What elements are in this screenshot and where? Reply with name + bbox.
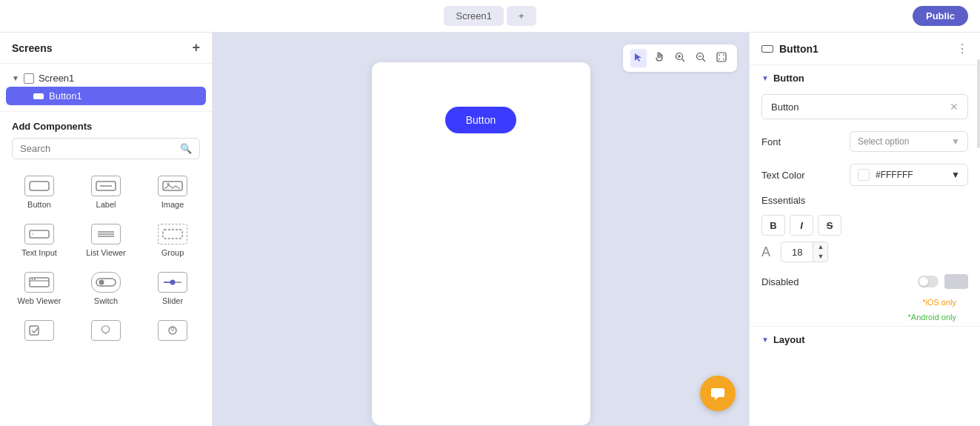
text-color-select[interactable]: #FFFFFF ▼ xyxy=(850,164,968,186)
font-row: Font Select option ▼ xyxy=(750,125,980,158)
svg-rect-0 xyxy=(30,182,49,190)
component-item-image[interactable]: Image xyxy=(139,168,206,216)
search-input[interactable] xyxy=(20,143,176,154)
svg-rect-20 xyxy=(30,326,39,335)
tree-button1[interactable]: Button1 xyxy=(6,87,206,105)
component-item-text-input[interactable]: Text Input xyxy=(6,216,73,264)
bold-button[interactable]: B xyxy=(761,215,785,236)
text-input-comp-icon xyxy=(24,224,54,244)
label-comp-label: Label xyxy=(96,200,116,209)
font-size-down[interactable]: ▼ xyxy=(813,252,827,262)
add-components-header: Add Components xyxy=(0,112,212,138)
disabled-row: Disabled xyxy=(750,268,980,295)
right-panel-header: Button1 ⋮ xyxy=(750,33,980,65)
center-canvas: Button xyxy=(213,33,749,426)
svg-rect-30 xyxy=(717,53,726,61)
font-size-up[interactable]: ▲ xyxy=(813,242,827,252)
svg-point-14 xyxy=(34,279,36,280)
disabled-toggle[interactable] xyxy=(918,274,968,289)
button1-label: Button1 xyxy=(49,90,82,101)
ios-only-label: *iOS only xyxy=(910,296,968,308)
screens-title: Screens xyxy=(12,42,52,54)
font-size-input[interactable]: 18 ▲ ▼ xyxy=(781,242,828,262)
switch-comp-label: Switch xyxy=(94,296,118,305)
toggle-track xyxy=(918,276,939,287)
component-item-comp12[interactable] xyxy=(139,313,206,352)
tab-bar: Screen1 + xyxy=(444,6,536,26)
comp10-icon xyxy=(24,320,54,341)
component-item-button[interactable]: Button xyxy=(6,168,73,216)
comp12-icon xyxy=(158,320,187,341)
svg-point-13 xyxy=(32,279,33,280)
button-name-value: Button xyxy=(771,101,799,113)
clear-button[interactable]: ✕ xyxy=(950,101,959,113)
component-item-web-viewer[interactable]: Web Viewer xyxy=(6,264,73,313)
component-item-list-viewer[interactable]: List Viewer xyxy=(73,216,139,264)
component-item-comp11[interactable] xyxy=(73,313,139,352)
component-item-switch[interactable]: Switch xyxy=(73,264,139,313)
layout-label: Layout xyxy=(773,334,805,345)
search-box[interactable]: 🔍 xyxy=(12,138,200,159)
chat-button[interactable] xyxy=(700,376,736,411)
component-item-label[interactable]: Label xyxy=(73,168,139,216)
label-comp-icon xyxy=(91,176,121,196)
italic-button[interactable]: I xyxy=(790,215,813,236)
component-item-group[interactable]: Group xyxy=(139,216,206,264)
text-format-row: B I S xyxy=(761,215,968,236)
svg-line-28 xyxy=(703,59,706,62)
scrollbar[interactable] xyxy=(977,59,980,148)
essentials-label: Essentials xyxy=(761,195,805,206)
button-name-field[interactable]: Button ✕ xyxy=(761,94,968,119)
main-layout: Screens + ▼ Screen1 Button1 Add Componen… xyxy=(0,33,980,426)
more-options-button[interactable]: ⋮ xyxy=(956,41,968,56)
text-input-comp-label: Text Input xyxy=(21,248,57,257)
strikethrough-button[interactable]: S xyxy=(818,215,841,236)
font-label: Font xyxy=(761,136,821,147)
toggle-knob xyxy=(919,277,928,286)
public-button[interactable]: Public xyxy=(913,6,968,26)
essentials-section: Essentials B I S A 18 ▲ ▼ xyxy=(750,192,980,268)
zoom-out-tool[interactable] xyxy=(693,49,709,67)
tree-screen1[interactable]: ▼ Screen1 xyxy=(0,70,212,87)
hand-tool[interactable] xyxy=(651,49,667,67)
section-button-label: Button xyxy=(773,73,804,84)
button-section-header[interactable]: ▼ Button xyxy=(750,65,980,91)
slider-comp-label: Slider xyxy=(162,296,183,305)
color-hex-value: #FFFFFF xyxy=(876,170,913,180)
tree-caret: ▼ xyxy=(12,74,19,82)
list-viewer-comp-icon xyxy=(91,224,121,244)
component-item-comp10[interactable] xyxy=(6,313,73,352)
svg-line-24 xyxy=(682,59,685,62)
cursor-tool[interactable] xyxy=(630,49,647,67)
color-chevron-icon: ▼ xyxy=(951,170,960,180)
zoom-in-tool[interactable] xyxy=(672,49,688,67)
svg-rect-10 xyxy=(163,230,182,239)
search-icon: 🔍 xyxy=(180,143,192,154)
list-viewer-comp-label: List Viewer xyxy=(86,248,126,257)
add-screen-button[interactable]: + xyxy=(192,40,200,56)
canvas-button[interactable]: Button xyxy=(445,107,516,133)
text-color-label: Text Color xyxy=(761,170,821,181)
tab-screen1-label: Screen1 xyxy=(456,10,491,21)
svg-point-19 xyxy=(170,280,176,285)
fit-tool[interactable] xyxy=(713,49,730,67)
tab-screen1[interactable]: Screen1 xyxy=(444,6,503,26)
svg-point-4 xyxy=(167,183,170,185)
font-select[interactable]: Select option ▼ xyxy=(850,131,968,152)
text-color-row: Text Color #FFFFFF ▼ xyxy=(750,158,980,192)
right-panel: Button1 ⋮ ▼ Button Button ✕ Font Select … xyxy=(749,33,980,426)
disabled-label: Disabled xyxy=(761,276,821,287)
layout-section-header[interactable]: ▼ Layout xyxy=(750,326,980,353)
font-size-row: A 18 ▲ ▼ xyxy=(761,242,968,262)
disabled-color-swatch xyxy=(944,274,968,289)
component-item-slider[interactable]: Slider xyxy=(139,264,206,313)
screens-header: Screens + xyxy=(0,33,212,64)
font-size-value: 18 xyxy=(781,244,813,261)
svg-point-16 xyxy=(99,280,104,285)
switch-comp-icon xyxy=(91,272,121,293)
add-tab-button[interactable]: + xyxy=(507,6,536,26)
screen-icon xyxy=(24,73,34,84)
android-only-label: *Android only xyxy=(896,311,968,323)
image-comp-label: Image xyxy=(161,200,184,209)
chevron-down-icon: ▼ xyxy=(951,136,960,147)
